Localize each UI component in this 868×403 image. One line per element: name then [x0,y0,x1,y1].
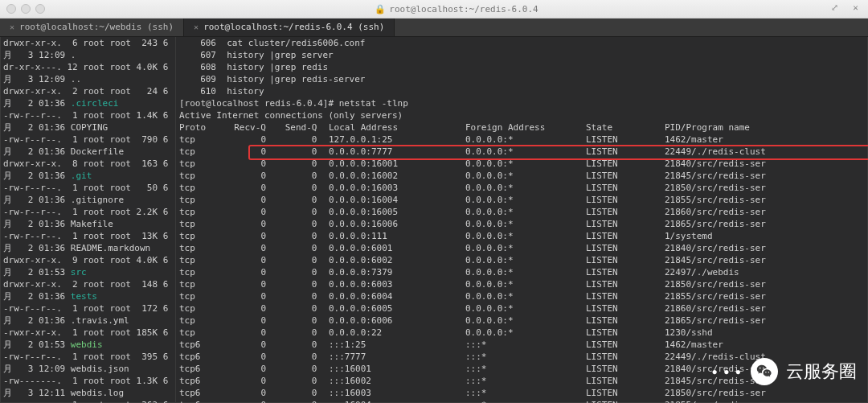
history-row: 609 history |grep redis-server [179,73,865,85]
netstat-header: Active Internet connections (only server… [179,109,865,121]
ls-row: 月 2 01:36 .git [3,170,172,182]
netstat-row: tcp600 :::16001:::*LISTEN21840/src/redis… [179,363,865,375]
netstat-row: tcp00 0.0.0.0:60020.0.0.0:*LISTEN21845/s… [179,254,865,266]
ls-row: 月 2 01:53 webdis [3,339,172,351]
ls-row: dr-xr-x---. 12 root root 4.0K 6 [3,61,172,73]
ls-row: 月 2 01:36 .gitignore [3,194,172,206]
lock-icon: 🔒 [375,4,386,14]
terminal-window: 🔒root@localhost:~/redis-6.0.4 ⤢ ✕ ✕root@… [0,0,868,403]
netstat-row: tcp00 0.0.0.0:160010.0.0.0:*LISTEN21840/… [179,158,865,170]
ls-row: drwxr-xr-x. 6 root root 243 6 [3,37,172,49]
ls-row: 月 2 01:36 COPYING [3,121,172,134]
ls-row: 月 2 01:36 Dockerfile [3,146,172,158]
ls-row: -rw-r--r--. 1 root root 395 6 [3,351,172,363]
ls-row: 月 3 12:09 . [3,49,172,61]
history-row: 608 history |grep redis [179,61,865,73]
netstat-row: tcp00 0.0.0.0:60040.0.0.0:*LISTEN21855/s… [179,290,865,302]
netstat-row: tcp00 0.0.0.0:160040.0.0.0:*LISTEN21855/… [179,194,865,206]
netstat-row: tcp00 0.0.0.0:77770.0.0.0:*LISTEN22449/.… [179,146,865,158]
ls-row: 月 2 01:36 tests [3,290,172,302]
tab-label: root@localhost:~/webdis (ssh) [19,19,174,36]
window-title: 🔒root@localhost:~/redis-6.0.4 [45,4,868,14]
ls-row: drwxr-xr-x. 2 root root 24 6 [3,85,172,97]
netstat-row: tcp600 :::16003:::*LISTEN21850/src/redis… [179,387,865,399]
netstat-row: tcp00 0.0.0.0:160030.0.0.0:*LISTEN21850/… [179,182,865,194]
history-row: 606 cat cluster/redis6006.conf [179,37,865,49]
close-icon[interactable]: ✕ [10,19,14,36]
netstat-columns: ProtoRecv-QSend-Q Local AddressForeign A… [179,121,865,134]
ls-row: -rw-r--r--. 1 root root 1.4K 6 [3,109,172,121]
ls-row: 月 2 01:36 README.markdown [3,242,172,254]
netstat-row: tcp600 :::7777:::*LISTEN22449/./redis-cl… [179,351,865,363]
netstat-row: tcp00 0.0.0.0:60060.0.0.0:*LISTEN21865/s… [179,315,865,327]
ls-row: -rw-r--r--. 1 root root 13K 6 [3,230,172,242]
ls-row: -rw-r--r--. 1 root root 172 6 [3,302,172,315]
netstat-row: tcp00 0.0.0.0:160050.0.0.0:*LISTEN21860/… [179,206,865,218]
ls-row: -rw-r--r--. 1 root root 50 6 [3,182,172,194]
ls-row: -rw-r--r--. 1 root root 2.2K 6 [3,206,172,218]
ls-row: 月 2 01:36 .circleci [3,97,172,109]
window-title-text: root@localhost:~/redis-6.0.4 [389,4,538,14]
close-icon[interactable]: ✕ [194,19,199,36]
prompt-line: [root@localhost redis-6.0.4]# netstat -t… [179,97,865,109]
netstat-row: tcp00 0.0.0.0:73790.0.0.0:*LISTEN22497/.… [179,266,865,278]
traffic-lights [0,4,45,14]
ls-row: -rw-r--r--. 1 root root 790 6 [3,134,172,146]
netstat-row: tcp00 0.0.0.0:60050.0.0.0:*LISTEN21860/s… [179,302,865,315]
ls-row: drwxr-xr-x. 8 root root 163 6 [3,158,172,170]
zoom-dot[interactable] [35,4,45,14]
netstat-row: tcp600 :::16002:::*LISTEN21845/src/redis… [179,375,865,387]
netstat-row: tcp00 127.0.0.1:250.0.0.0:*LISTEN1462/ma… [179,134,865,146]
netstat-row: tcp600 :::16004:::*LISTEN21855/src/redis… [179,399,865,403]
right-pane[interactable]: 606 cat cluster/redis6006.conf607 histor… [176,37,868,403]
netstat-row: tcp00 0.0.0.0:160020.0.0.0:*LISTEN21845/… [179,170,865,182]
ls-row: 月 2 01:36 Makefile [3,218,172,230]
left-pane[interactable]: drwxr-xr-x. 6 root root 243 6月 3 12:09 .… [0,37,176,403]
history-row: 607 history |grep server [179,49,865,61]
ls-row: 月 2 01:36 .travis.yml [3,315,172,327]
ls-row: 月 3 12:11 webdis.log [3,387,172,399]
netstat-row: tcp00 0.0.0.0:60030.0.0.0:*LISTEN21850/s… [179,278,865,290]
tab-label: root@localhost:~/redis-6.0.4 (ssh) [203,19,384,36]
ls-row: -rw-r--r--. 1 root root 362 6 [3,399,172,403]
netstat-row: tcp00 0.0.0.0:160060.0.0.0:*LISTEN21865/… [179,218,865,230]
ls-row: 月 3 12:09 webdis.json [3,363,172,375]
netstat-row: tcp00 0.0.0.0:1110.0.0.0:*LISTEN1/system… [179,230,865,242]
ls-row: -rw-------. 1 root root 1.3K 6 [3,375,172,387]
ls-row: drwxr-xr-x. 9 root root 4.0K 6 [3,254,172,266]
ls-row: drwxr-xr-x. 2 root root 148 6 [3,278,172,290]
tab-webdis[interactable]: ✕root@localhost:~/webdis (ssh) [0,19,184,36]
ls-row: -rwxr-xr-x. 1 root root 185K 6 [3,327,172,339]
window-right-controls[interactable]: ⤢ ✕ [831,2,863,13]
history-row: 610 history [179,85,865,97]
netstat-row: tcp00 0.0.0.0:60010.0.0.0:*LISTEN21840/s… [179,242,865,254]
netstat-row: tcp600 :::1:25:::*LISTEN1462/master [179,339,865,351]
tab-redis[interactable]: ✕root@localhost:~/redis-6.0.4 (ssh) [184,19,395,36]
tab-bar: ✕root@localhost:~/webdis (ssh) ✕root@loc… [0,19,868,37]
titlebar: 🔒root@localhost:~/redis-6.0.4 ⤢ ✕ [0,0,868,19]
ls-row: 月 3 12:09 .. [3,73,172,85]
netstat-row: tcp00 0.0.0.0:220.0.0.0:*LISTEN1230/sshd [179,327,865,339]
ls-row: 月 2 01:53 src [3,266,172,278]
close-dot[interactable] [6,4,16,14]
minimize-dot[interactable] [21,4,31,14]
